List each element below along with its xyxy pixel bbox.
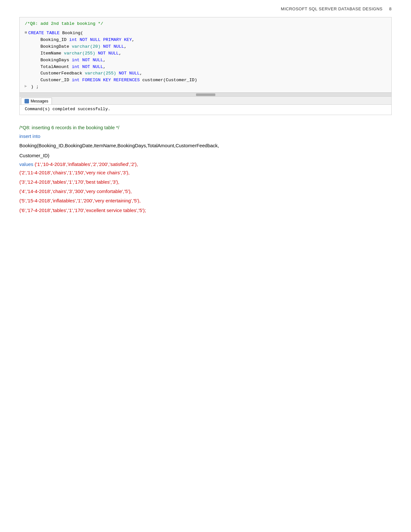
scrollbar-area[interactable] — [20, 92, 391, 96]
booking-columns-line: Booking(Booking_ID,BookingDate,ItemName,… — [19, 142, 392, 150]
messages-tab[interactable]: Messages — [21, 98, 52, 104]
messages-tab-bar: Messages — [19, 97, 392, 105]
table-name: Booking( — [62, 30, 83, 37]
data-row-2: ('3','12-4-2018','tables','1','170','bes… — [19, 178, 392, 186]
code-block-wrapper: /*Q8: add 2nd table booking */ ⊞ CREATE … — [19, 17, 392, 97]
field-bookingdays: BookingDays int NOT NULL , — [25, 57, 386, 64]
collapse-icon[interactable]: ⊞ — [25, 30, 27, 35]
messages-tab-label: Messages — [31, 99, 48, 103]
code-area: /*Q8: add 2nd table booking */ ⊞ CREATE … — [20, 17, 391, 92]
data-row-4: ('5','15-4-2018','inflatables','1','200'… — [19, 197, 392, 204]
page-title: MICROSOFT SQL SERVER DATABASE DESIGNS — [281, 6, 382, 11]
messages-output: Command(s) completed successfully. — [19, 105, 392, 115]
field-customerid: Customer_ID int FOREIGN KEY REFERENCES c… — [25, 77, 386, 84]
values-line: values ('1','10-4-2018','inflatables','2… — [19, 161, 392, 167]
close-icon: ⊢ — [25, 84, 27, 89]
create-keyword: CREATE TABLE — [28, 30, 62, 37]
customer-id-line: Customer_ID) — [19, 153, 392, 158]
messages-tab-icon — [24, 99, 29, 103]
columns-text: Booking(Booking_ID,BookingDate,ItemName,… — [19, 143, 219, 148]
messages-text: Command(s) completed successfully. — [25, 107, 110, 111]
data-row-5: ('6','17-4-2018','tables','1','170','exc… — [19, 207, 392, 214]
field-bookingdate: BookingDate varchar(20) NOT NULL , — [25, 44, 386, 50]
insert-into-line: insert into — [19, 133, 392, 139]
body-comment: /*Q8: inserting 6 records in the booking… — [19, 125, 392, 130]
field-customerfeedback: CustomerFeedback varchar(255) NOT NULL , — [25, 70, 386, 77]
code-comment-line: /*Q8: add 2nd table booking */ — [25, 21, 386, 27]
blank-line — [25, 27, 386, 30]
comment-text: /*Q8: add 2nd table booking */ — [25, 21, 103, 27]
data-row-3: ('4','14-4-2018','chairs','3','300','ver… — [19, 188, 392, 195]
data-row-1: ('2','11-4-2018','chairs','1','150','ver… — [19, 169, 392, 176]
values-row-0: ('1','10-4-2018','inflatables','2','200'… — [35, 161, 138, 167]
create-table-line: ⊞ CREATE TABLE Booking( — [25, 30, 386, 37]
scrollbar-thumb[interactable] — [196, 93, 215, 96]
field-totalamount: TotalAmount int NOT NULL , — [25, 64, 386, 71]
closing-paren-line: ⊢ ) ; — [25, 84, 386, 91]
values-keyword: values — [19, 161, 33, 167]
field-booking-id: Booking_ID int NOT NULL PRIMARY KEY , — [25, 37, 386, 44]
body-section: /*Q8: inserting 6 records in the booking… — [19, 125, 392, 214]
page-number: 8 — [389, 6, 392, 11]
field-itemname: ItemName varchar(255) NOT NULL , — [25, 50, 386, 57]
page-header: MICROSOFT SQL SERVER DATABASE DESIGNS 8 — [19, 6, 392, 11]
